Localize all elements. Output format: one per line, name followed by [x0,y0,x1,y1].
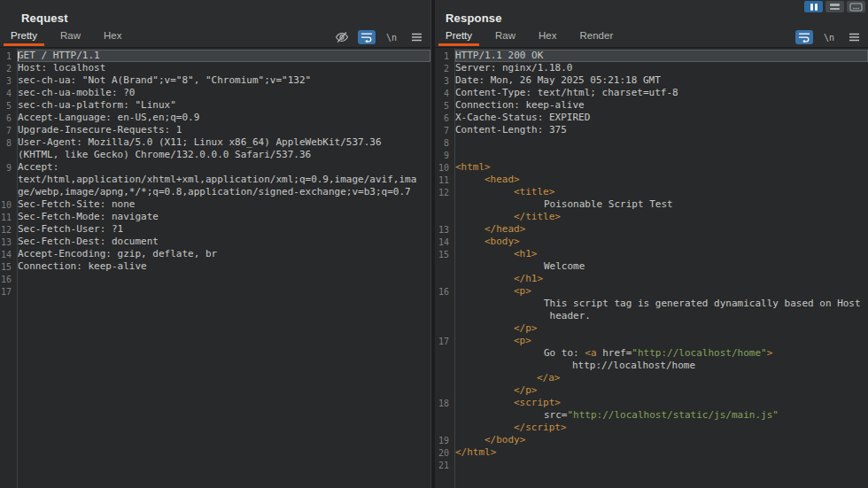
code-line-text[interactable]: X-Cache-Status: EXPIRED [455,112,868,124]
newline-toggle[interactable]: \n [820,30,838,44]
code-line: 18<script> [435,397,868,409]
code-line-text[interactable]: This script tag is generated dynamically… [455,298,868,310]
code-line: text/html,application/xhtml+xml,applicat… [0,174,430,186]
response-editor[interactable]: 1HTTP/1.1 200 OK2Server: nginx/1.18.03Da… [435,48,868,488]
code-line-text[interactable]: Accept-Language: en-US,en;q=0.9 [18,112,430,124]
hide-non-printing-toggle[interactable] [333,30,351,44]
line-number [435,384,453,397]
code-line-text[interactable]: src="http://localhost/static/js/main.js" [455,409,868,422]
code-line-text[interactable]: Accept: [18,161,430,174]
html-tag-token: <a [585,347,596,360]
code-line-text[interactable]: Date: Mon, 26 May 2025 05:21:18 GMT [455,74,868,87]
code-line-text[interactable]: </body> [455,434,868,446]
code-line-text[interactable]: </head> [455,223,868,236]
editor-menu[interactable] [407,30,425,44]
text-token: Content-Type: text/html; charset=utf-8 [455,87,678,99]
tab-pretty[interactable]: Pretty [4,27,44,46]
code-line-text[interactable] [455,459,868,471]
code-line-text[interactable]: <body> [455,236,868,248]
word-wrap-toggle[interactable] [358,30,376,44]
code-line-text[interactable]: Sec-Fetch-Dest: document [18,236,430,248]
code-line-text[interactable]: <html> [455,161,868,174]
string-token: "http://localhost/static/js/main.js" [568,409,779,422]
code-line-text[interactable]: Go to: <a href="http://localhost/home"> [455,347,868,360]
code-line-text[interactable] [455,149,868,161]
tab-pretty[interactable]: Pretty [438,27,479,46]
tab-raw[interactable]: Raw [488,27,523,46]
code-line-text[interactable]: sec-ch-ua-platform: "Linux" [18,99,430,112]
code-line-text[interactable]: Connection: keep-alive [18,260,430,273]
tab-hex[interactable]: Hex [531,27,563,46]
code-line-text[interactable]: text/html,application/xhtml+xml,applicat… [18,174,430,186]
code-line: 4Content-Type: text/html; charset=utf-8 [435,87,868,99]
tab-raw[interactable]: Raw [53,27,88,46]
newline-toggle[interactable]: \n [383,30,400,44]
code-line-text[interactable]: Poisonable Script Test [455,198,868,211]
html-tag-token: </h1> [514,273,543,285]
code-line-text[interactable]: Upgrade-Insecure-Requests: 1 [18,124,430,136]
code-line-text[interactable]: Sec-Fetch-User: ?1 [18,223,430,236]
code-line-text[interactable]: http://localhost/home [455,360,868,372]
code-line: 7Upgrade-Insecure-Requests: 1 [0,124,430,136]
code-line-text[interactable]: </a> [455,372,868,384]
html-tag-token: </title> [514,211,561,223]
code-line-text[interactable]: <p> [455,335,868,347]
code-line: 6Accept-Language: en-US,en;q=0.9 [0,112,430,124]
response-panel: Response PrettyRawHexRender \n 1HTTP/1.1… [435,0,868,488]
code-line-text[interactable]: (KHTML, like Gecko) Chrome/132.0.0.0 Saf… [18,149,430,161]
tab-hex[interactable]: Hex [97,27,128,46]
line-number: 11 [0,211,15,223]
code-line-text[interactable] [18,285,430,298]
code-line-text[interactable]: <title> [455,186,868,198]
code-line-text[interactable]: <h1> [455,248,868,260]
gutter-separator [17,48,18,488]
code-line-text[interactable] [455,136,868,149]
text-token: Sec-Fetch-User: ?1 [18,223,123,236]
code-line-text[interactable]: sec-ch-ua-mobile: ?0 [18,87,430,99]
code-line-text[interactable]: <p> [455,285,868,298]
editor-menu[interactable] [845,30,863,44]
layout-stacked[interactable] [825,1,844,12]
code-line-text[interactable]: </html> [455,446,868,459]
line-number: 5 [435,99,453,112]
code-line-text[interactable]: sec-ch-ua: "Not A(Brand";v="8", "Chromiu… [18,74,430,87]
code-line-text[interactable]: Server: nginx/1.18.0 [455,62,868,74]
code-line-text[interactable]: ge/webp,image/apng,*/*;q=0.8,application… [18,186,430,198]
line-number: 1 [435,50,453,62]
code-line-text[interactable]: Content-Type: text/html; charset=utf-8 [455,87,868,99]
code-line-text[interactable]: </script> [455,422,868,434]
code-line-text[interactable]: </h1> [455,273,868,285]
code-line-text[interactable]: Host: localhost [18,62,430,74]
html-tag-token: > [767,347,773,360]
code-line-text[interactable]: Welcome [455,260,868,273]
code-line: 10Sec-Fetch-Site: none [0,198,430,211]
line-number: 9 [0,161,15,174]
tab-render[interactable]: Render [573,27,621,46]
code-line-text[interactable]: <head> [455,174,868,186]
code-line: 5sec-ch-ua-platform: "Linux" [0,99,430,112]
code-line-text[interactable]: header. [455,310,868,322]
text-token: ge/webp,image/apng,*/*;q=0.8,application… [18,186,411,198]
code-line-text[interactable]: User-Agent: Mozilla/5.0 (X11; Linux x86_… [18,136,430,149]
line-number [0,174,15,186]
line-number: 7 [435,124,453,136]
code-line-text[interactable]: </p> [455,322,868,335]
code-line-text[interactable]: Sec-Fetch-Mode: navigate [18,211,430,223]
code-line-text[interactable]: HTTP/1.1 200 OK [455,50,868,62]
html-tag-token: <h1> [514,248,538,260]
code-line-text[interactable]: Accept-Encoding: gzip, deflate, br [18,248,430,260]
code-line: 5Connection: keep-alive [435,99,868,112]
word-wrap-toggle[interactable] [795,30,813,44]
code-line-text[interactable]: </p> [455,384,868,397]
code-line-text[interactable] [18,273,430,285]
layout-combined[interactable] [847,1,865,12]
code-line-text[interactable]: Content-Length: 375 [455,124,868,136]
layout-side-by-side[interactable] [804,1,823,12]
code-line-text[interactable]: </title> [455,211,868,223]
code-line-text[interactable]: Connection: keep-alive [455,99,868,112]
code-line-text[interactable]: <script> [455,397,868,409]
request-editor[interactable]: 1GET / HTTP/1.12Host: localhost3sec-ch-u… [0,48,430,488]
code-line-text[interactable]: Sec-Fetch-Site: none [18,198,430,211]
line-number: 9 [435,149,453,161]
code-line-text[interactable]: GET / HTTP/1.1 [18,50,430,62]
